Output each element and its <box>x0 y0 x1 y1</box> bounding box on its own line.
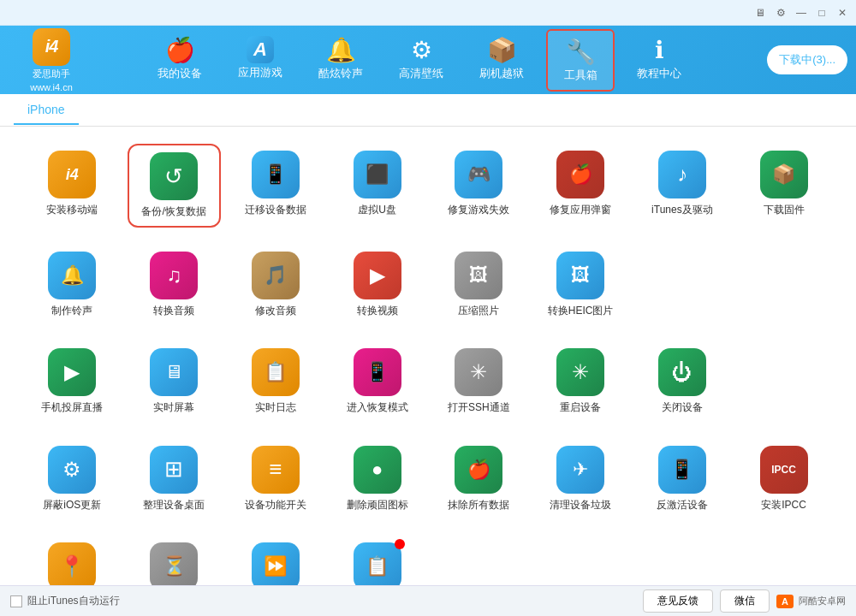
logo-name: 爱思助手 <box>33 68 70 80</box>
wallpaper-icon: ⚙ <box>411 36 432 64</box>
nav-jailbreak-label: 刷机越狱 <box>479 66 524 81</box>
tool-virtual-location[interactable]: 📍虚拟定位 <box>26 536 119 585</box>
nav-app-games-label: 应用游戏 <box>238 65 282 80</box>
itunes-checkbox[interactable] <box>10 595 22 607</box>
tool-fix-app[interactable]: 🍎修复应用弹窗 <box>534 144 627 228</box>
tool-convert-heic[interactable]: 🖼转换HEIC图片 <box>534 245 627 325</box>
tool-install-mobile[interactable]: i4安装移动端 <box>26 144 119 228</box>
tool-skip-setup[interactable]: ⏩跳过设置向导 <box>229 536 323 585</box>
tool-itunes-driver[interactable]: ♪iTunes及驱动 <box>636 144 729 228</box>
tool-delete-stubborn-icon[interactable]: ●删除顽固图标 <box>330 439 424 519</box>
device-func-switch-label: 设备功能开关 <box>245 499 306 512</box>
convert-audio-label: 转换音频 <box>153 305 194 318</box>
download-button[interactable]: 下载中(3)... <box>767 45 847 74</box>
download-firmware-label: 下载固件 <box>764 204 805 217</box>
app-games-icon: A <box>247 36 274 63</box>
tool-convert-audio[interactable]: ♫转换音频 <box>128 245 221 325</box>
restart-device-label: 重启设备 <box>560 401 601 415</box>
tool-convert-video[interactable]: ▶转换视频 <box>330 245 424 325</box>
tool-compress-photo[interactable]: 🖼压缩照片 <box>432 245 526 325</box>
tool-install-ipcc[interactable]: IPCC安装IPCC <box>737 439 830 519</box>
tool-migrate-data[interactable]: 📱迁移设备数据 <box>229 144 323 228</box>
settings-icon[interactable]: ⚙ <box>774 6 788 20</box>
itunes-driver-icon: ♪ <box>658 151 706 198</box>
close-icon[interactable]: ✕ <box>835 6 849 20</box>
nav-jailbreak[interactable]: 📦 刷机越狱 <box>466 29 538 92</box>
block-ios-update-label: 屏蔽iOS更新 <box>43 499 101 512</box>
nav-toolbox[interactable]: 🔧 工具箱 <box>546 29 615 92</box>
ringtones-icon: 🔔 <box>326 36 356 64</box>
feedback-button[interactable]: 意见反馈 <box>643 589 713 613</box>
tool-screen-cast[interactable]: ▶手机投屏直播 <box>26 341 119 422</box>
backup-restore-label: 备份/恢复数据 <box>141 205 205 219</box>
migrate-data-icon: 📱 <box>252 151 300 198</box>
tool-edit-audio[interactable]: 🎵修改音频 <box>229 245 323 325</box>
tool-open-ssh[interactable]: ✳打开SSH通道 <box>432 341 526 422</box>
tool-recovery-mode[interactable]: 📱进入恢复模式 <box>330 341 424 422</box>
screen-cast-icon: ▶ <box>48 348 96 396</box>
my-device-icon: 🍎 <box>165 36 195 64</box>
tool-deactivate-device[interactable]: 📱反激活设备 <box>636 439 729 519</box>
clean-junk-label: 清理设备垃圾 <box>550 499 611 512</box>
tool-block-ios-update[interactable]: ⚙屏蔽iOS更新 <box>26 439 119 519</box>
organize-desktop-label: 整理设备桌面 <box>143 499 205 512</box>
tab-bar: iPhone <box>0 94 856 127</box>
delete-stubborn-icon-icon: ● <box>354 446 401 494</box>
tool-fix-game[interactable]: 🎮修复游戏失效 <box>432 144 526 228</box>
realtime-screen-icon: 🖥 <box>150 348 198 396</box>
tool-download-firmware[interactable]: 📦下载固件 <box>737 144 830 228</box>
install-mobile-label: 安装移动端 <box>46 204 98 217</box>
edit-audio-icon: 🎵 <box>252 252 300 299</box>
toolbox-icon: 🔧 <box>566 38 596 66</box>
tool-backup-guide[interactable]: 📋备份引导区数据 <box>330 536 424 585</box>
tool-erase-all-data[interactable]: 🍎抹除所有数据 <box>432 439 526 519</box>
jailbreak-icon: 📦 <box>487 36 517 64</box>
monitor-icon[interactable]: 🖥 <box>753 6 767 20</box>
fix-game-label: 修复游戏失效 <box>448 204 509 217</box>
shutdown-device-icon: ⏻ <box>658 348 706 396</box>
open-ssh-icon: ✳ <box>455 348 502 396</box>
fix-game-icon: 🎮 <box>455 151 502 198</box>
itunes-driver-label: iTunes及驱动 <box>651 204 713 217</box>
tool-realtime-log[interactable]: 📋实时日志 <box>229 341 323 422</box>
watermark: A 阿酷安卓网 <box>776 589 846 613</box>
nav-tutorial[interactable]: ℹ 教程中心 <box>623 29 695 92</box>
fix-app-icon: 🍎 <box>556 151 604 198</box>
recovery-mode-label: 进入恢复模式 <box>347 401 408 415</box>
nav-app-games[interactable]: A 应用游戏 <box>224 29 296 92</box>
nav-my-device[interactable]: 🍎 我的设备 <box>144 29 216 92</box>
convert-video-icon: ▶ <box>354 252 401 299</box>
watermark-logo: A <box>776 595 794 608</box>
logo-url: www.i4.cn <box>30 82 73 92</box>
tool-shutdown-device[interactable]: ⏻关闭设备 <box>636 341 729 422</box>
realtime-log-icon: 📋 <box>252 348 300 396</box>
organize-desktop-icon: ⊞ <box>150 446 198 494</box>
migrate-data-label: 迁移设备数据 <box>245 204 306 217</box>
recovery-mode-icon: 📱 <box>354 348 401 396</box>
nav-wallpaper[interactable]: ⚙ 高清壁纸 <box>385 29 457 92</box>
tool-break-time-limit[interactable]: ⏳破解时间限额 <box>128 536 221 585</box>
restart-device-icon: ✳ <box>556 348 604 396</box>
tool-backup-restore[interactable]: ↺备份/恢复数据 <box>128 144 221 228</box>
convert-heic-label: 转换HEIC图片 <box>548 305 614 318</box>
tool-clean-junk[interactable]: ✈清理设备垃圾 <box>534 439 627 519</box>
tab-iphone[interactable]: iPhone <box>14 96 79 125</box>
convert-heic-icon: 🖼 <box>556 252 604 299</box>
convert-video-label: 转换视频 <box>357 305 398 318</box>
tool-make-ringtone[interactable]: 🔔制作铃声 <box>26 245 119 325</box>
maximize-icon[interactable]: □ <box>815 6 829 20</box>
wechat-button[interactable]: 微信 <box>720 589 770 613</box>
tool-restart-device[interactable]: ✳重启设备 <box>534 341 627 422</box>
tool-realtime-screen[interactable]: 🖥实时屏幕 <box>128 341 221 422</box>
status-left: 阻止iTunes自动运行 <box>10 594 120 608</box>
tool-device-func-switch[interactable]: ≡设备功能开关 <box>229 439 323 519</box>
logo-area: i4 爱思助手 www.i4.cn <box>9 28 94 92</box>
nav-ringtones[interactable]: 🔔 酷炫铃声 <box>305 29 377 92</box>
tool-virtual-udisk[interactable]: ⬛虚拟U盘 <box>330 144 424 228</box>
delete-stubborn-icon-label: 删除顽固图标 <box>347 499 408 512</box>
screen-cast-label: 手机投屏直播 <box>41 401 103 415</box>
break-time-limit-icon: ⏳ <box>150 542 198 585</box>
minimize-icon[interactable]: — <box>794 6 808 20</box>
tool-organize-desktop[interactable]: ⊞整理设备桌面 <box>128 439 221 519</box>
erase-all-data-icon: 🍎 <box>455 446 502 494</box>
